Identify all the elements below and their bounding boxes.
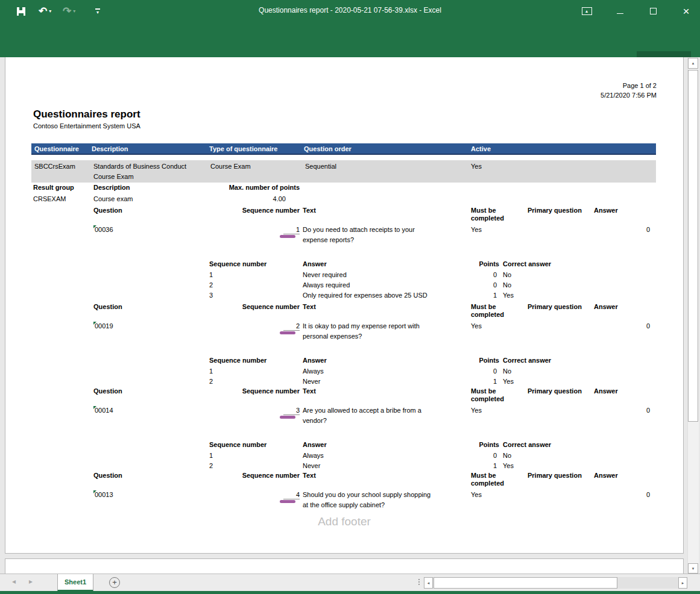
title-bar: ↶▾ ↷▾ ▾ Questionnaires report - 2020-05-… <box>0 0 700 22</box>
answers-correct-header: Correct answer <box>503 441 551 449</box>
answer-sequence: 1 <box>209 452 213 460</box>
sequence-underline <box>283 499 300 499</box>
page-number: Page 1 of 2 <box>536 82 657 90</box>
text-label: Text <box>303 303 316 311</box>
question-must-value: Yes <box>471 491 482 499</box>
col-header-active: Active <box>471 145 491 153</box>
answers-points-header: Points <box>451 441 499 449</box>
sheet-tab-label: Sheet1 <box>65 578 86 586</box>
result-group-description-header: Description <box>93 184 130 192</box>
up-arrow-icon: ▴ <box>692 61 695 66</box>
cell-order: Sequential <box>305 163 336 170</box>
answers-sequence-header: Sequence number <box>209 357 266 364</box>
answer-points: 0 <box>449 452 497 460</box>
question-id: 00036 <box>95 226 113 234</box>
report-subtitle: Contoso Entertainment System USA <box>33 122 140 130</box>
question-answer-value: 0 <box>620 322 650 330</box>
answer-correct: No <box>503 452 511 460</box>
col-header-questionnaire: Questionnaire <box>34 145 79 153</box>
scroll-down-button[interactable]: ▾ <box>688 563 698 574</box>
question-id: 00014 <box>95 407 113 414</box>
question-answer-value: 0 <box>620 226 650 234</box>
question-sequence: 4 <box>270 491 300 499</box>
answer-points: 1 <box>449 378 497 386</box>
answer-points: 0 <box>449 271 497 279</box>
question-text-line2: expense reports? <box>303 236 354 244</box>
question-answer-value: 0 <box>620 407 650 414</box>
question-answer-value: 0 <box>620 491 650 499</box>
excel-window: ↶▾ ↷▾ ▾ Questionnaires report - 2020-05-… <box>0 0 700 594</box>
answer-sequence: 3 <box>209 292 213 299</box>
right-arrow-icon: ▸ <box>682 581 684 586</box>
result-group-header: Result group <box>33 184 74 192</box>
add-footer-placeholder[interactable]: Add footer <box>224 515 465 528</box>
question-label: Question <box>93 387 122 395</box>
question-label: Question <box>93 303 122 311</box>
answers-correct-header: Correct answer <box>503 357 551 364</box>
answer-label: Answer <box>594 207 618 214</box>
sequence-number-label: Sequence number <box>209 303 300 311</box>
new-sheet-button[interactable]: + <box>109 577 120 588</box>
down-arrow-icon: ▾ <box>692 566 695 571</box>
question-text-line2: at the office supply cabinet? <box>303 501 385 509</box>
sheet-tab-sheet1[interactable]: Sheet1 <box>57 574 93 592</box>
must-be-completed-label: Must be completed <box>471 387 509 403</box>
vertical-scrollbar-thumb[interactable] <box>688 70 698 422</box>
sheet-nav-right-icon[interactable]: ▸ <box>29 577 33 586</box>
question-must-value: Yes <box>471 322 482 330</box>
ribbon-display-options-button[interactable]: ▴ <box>573 0 601 22</box>
sequence-number-label: Sequence number <box>209 207 300 214</box>
primary-question-label: Primary question <box>528 387 582 395</box>
cell-type: Course Exam <box>210 163 251 170</box>
report-title: Questionnaires report <box>33 108 140 120</box>
answers-points-header: Points <box>451 260 499 268</box>
maximize-button[interactable] <box>639 0 667 22</box>
answer-sequence: 2 <box>209 281 213 289</box>
answer-correct: Yes <box>503 378 514 386</box>
must-be-completed-label: Must be completed <box>471 472 509 487</box>
answer-points: 0 <box>449 281 497 289</box>
sheet-tab-bar: ◂ ▸ Sheet1 + ◂ ▸ <box>0 574 700 591</box>
cell-description-line2: Course Exam <box>93 173 134 181</box>
close-button[interactable]: × <box>672 0 700 22</box>
answer-label: Answer <box>594 387 618 395</box>
answer-text: Never required <box>303 271 347 279</box>
cell-description-line1: Standards of Business Conduct <box>93 163 186 170</box>
answers-points-header: Points <box>451 357 499 364</box>
page-2-top-edge <box>5 558 684 574</box>
sequence-underline <box>283 234 300 234</box>
answer-points: 1 <box>449 462 497 470</box>
question-sequence: 1 <box>270 226 300 234</box>
answers-answer-header: Answer <box>303 260 327 268</box>
must-be-completed-label: Must be completed <box>471 303 509 319</box>
primary-question-label: Primary question <box>528 303 582 311</box>
question-must-value: Yes <box>471 407 482 414</box>
answers-answer-header: Answer <box>303 441 327 449</box>
questionnaire-table-header: Questionnaire Description Type of questi… <box>31 143 656 155</box>
answer-text: Never <box>303 378 320 386</box>
maximize-icon <box>650 8 657 14</box>
print-timestamp: 5/21/2020 7:56 PM <box>536 92 657 99</box>
must-be-completed-label: Must be completed <box>471 207 509 222</box>
minimize-icon <box>617 13 623 14</box>
horizontal-scrollbar-thumb[interactable] <box>434 577 617 589</box>
text-label: Text <box>303 472 316 480</box>
minimize-button[interactable] <box>606 0 634 22</box>
question-text-line2: vendor? <box>303 417 327 425</box>
tabbar-splitter-handle[interactable] <box>418 579 420 585</box>
sheet-nav-left-icon[interactable]: ◂ <box>12 577 16 586</box>
ink-annotation-stroke <box>280 416 295 419</box>
answer-correct: No <box>503 281 511 289</box>
answers-correct-header: Correct answer <box>503 260 551 268</box>
answer-points: 1 <box>449 292 497 299</box>
col-header-description: Description <box>92 145 128 153</box>
scroll-left-button[interactable]: ◂ <box>424 577 433 589</box>
result-group-description: Course exam <box>93 195 133 203</box>
ribbon-tab-bar: File Home Insert Page Layout Formulas Da… <box>0 22 700 57</box>
question-sequence: 3 <box>270 407 300 414</box>
cell-active: Yes <box>471 163 482 170</box>
question-label: Question <box>93 207 122 214</box>
scroll-up-button[interactable]: ▴ <box>688 58 698 69</box>
question-id: 00019 <box>95 322 113 330</box>
scroll-right-button[interactable]: ▸ <box>678 577 687 589</box>
